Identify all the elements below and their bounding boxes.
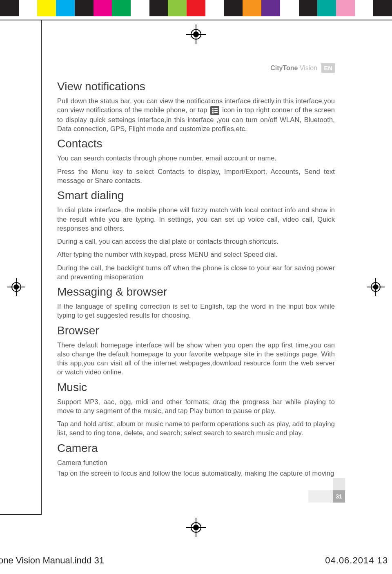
body-text: There default homepage interface will be… [57,340,335,377]
body-text: Press the Menu key to select Contacts to… [57,167,335,185]
section-heading: Browser [57,324,335,337]
brand-model: Vision [300,65,317,71]
brand-name: CityTone [270,65,298,71]
body-text: During the call, the backlight turns off… [57,263,335,282]
section-heading: View notifications [57,80,335,93]
page-number-ornament: 31 [296,478,345,503]
body-text: Pull down the status bar, you can view t… [57,96,335,133]
section-heading: Music [57,381,335,394]
running-header: CityTone Vision EN [57,63,335,73]
page-body: CityTone Vision EN View notifications Pu… [57,63,335,482]
language-badge: EN [321,63,335,73]
body-text: If the language of spelling correction i… [57,302,335,320]
registration-mark-icon [367,278,385,296]
body-text: Tap on the screen to focus and follow th… [57,469,335,478]
section-heading: Messaging & browser [57,285,335,298]
registration-mark-icon [186,24,206,44]
crop-line-top [0,20,392,20]
sub-heading: Camera function [57,458,335,467]
slug-timestamp: 04.06.2014 13 [325,555,388,566]
body-text: After typing the number with keypad, pre… [57,250,335,259]
crop-line-bottom-left [0,514,42,515]
body-text: Tap and hold artist, album or music name… [57,419,335,438]
body-text: In dial plate interface, the mobile phon… [57,205,335,233]
registration-mark-icon [7,278,25,296]
slug-filename: one Vision Manual.indd 31 [0,555,104,566]
body-text: During a call, you can access the dial p… [57,237,335,246]
section-heading: Smart dialing [57,189,335,202]
print-slug: one Vision Manual.indd 31 04.06.2014 13 [0,555,392,566]
section-heading: Camera [57,442,335,455]
body-text: You can search contacts through phone nu… [57,154,335,162]
settings-list-icon [210,106,219,115]
crop-line-left [41,20,42,515]
page-number: 31 [333,490,345,503]
body-text: Support MP3, aac, ogg, midi and other fo… [57,397,335,416]
section-heading: Contacts [57,137,335,150]
registration-mark-icon [186,518,206,537]
print-color-bar [0,0,392,16]
